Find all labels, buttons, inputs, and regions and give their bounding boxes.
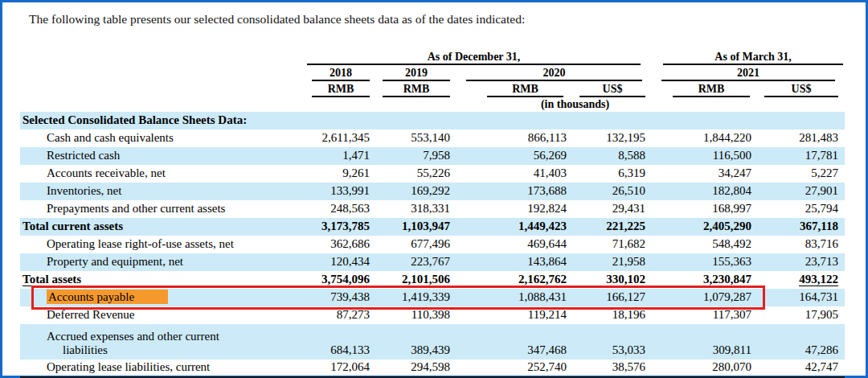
value-cell: 1,103,947 [376,218,457,236]
value-cell: 1,844,220 [652,129,758,147]
value-cell: 23,713 [758,253,845,271]
value-cell: 169,292 [376,183,457,200]
document-frame: The following table presents our selecte… [0,0,868,378]
value-cell: 3,230,847 [652,271,758,289]
cell-value: 469,644 [527,237,567,250]
row-label: Inventories, net [47,184,121,197]
cell-value: 25,794 [805,202,838,215]
cell-value: 1,103,947 [402,220,450,232]
value-cell: 1,419,339 [376,289,457,306]
value-cell: 55,226 [376,165,457,183]
row-label-cell: Property and equipment, net [20,253,305,271]
value-cell: 2,162,762 [457,271,573,289]
cell-value: 493,122 [799,273,838,286]
row-label-cell: Deferred Revenue [20,306,305,324]
value-cell: 173,688 [457,183,573,200]
cell-value: 1,844,220 [703,131,751,144]
cell-value: 18,196 [612,308,645,321]
cell-value: 21,958 [612,255,645,268]
value-cell: 493,122 [758,271,845,289]
value-cell: 41,403 [457,165,573,183]
table-row: Accounts receivable, net9,26155,22641,40… [20,165,845,183]
cell-value: 1,471 [342,149,370,162]
cell-value: 677,496 [411,237,450,250]
header-spacer [20,81,305,97]
value-cell: 294,598 [376,360,457,377]
cell-value: 3,173,785 [321,220,370,232]
cell-value: 42,747 [805,360,838,373]
header-spacer [20,97,305,112]
cell-value: 362,686 [330,237,370,250]
cell-value: 34,247 [719,166,751,179]
cell-value: 23,713 [805,255,838,268]
value-cell: 34,247 [652,165,758,183]
value-cell: 367,118 [758,218,845,236]
value-cell [457,112,573,129]
value-cell: 18,196 [573,306,652,324]
cell-value: 116,500 [713,149,751,162]
year-header-2021: 2021 [652,65,845,81]
cell-value: 347,468 [527,343,567,356]
currency-header: RMB [376,81,457,97]
row-label-cell: Inventories, net [20,183,305,200]
cell-value: 117,307 [713,308,751,321]
value-cell: 318,331 [376,200,457,218]
cell-value: 389,439 [411,343,450,356]
cell-value: 252,740 [527,360,567,373]
cell-value: 739,438 [330,290,370,303]
row-label-cell: Total current assets [20,218,305,236]
cell-value: 166,127 [606,290,645,303]
value-cell: 2,405,290 [652,218,758,236]
value-cell: 866,113 [457,129,573,147]
value-cell: 389,439 [376,324,457,360]
value-cell: 684,133 [305,324,376,360]
value-cell: 252,740 [457,360,573,377]
row-label-cell: Operating lease right-of-use assets, net [20,236,305,253]
table-row: Total assets3,754,0962,101,5062,162,7623… [20,271,845,289]
cell-value: 8,588 [618,149,645,162]
value-cell: 83,716 [758,236,845,253]
cell-value: 56,269 [534,149,567,162]
row-label: Total current assets [23,220,123,232]
table-row: Total current assets3,173,7851,103,9471,… [20,218,845,236]
value-cell: 469,644 [457,236,573,253]
cell-value: 71,682 [612,237,645,250]
value-cell: 26,510 [573,183,652,200]
cell-value: 7,958 [423,149,450,162]
value-cell: 3,754,096 [305,271,376,289]
period-group-march: As of March 31, [652,51,845,65]
year-row: 2018 2019 2020 2021 [20,65,845,81]
value-cell: 53,033 [573,324,652,360]
value-cell: 1,471 [305,147,376,165]
table-header: As of December 31, As of March 31, 2018 … [20,51,845,112]
cell-value: 83,716 [805,237,838,250]
row-label: Accounts receivable, net [47,166,166,179]
cell-value: 684,133 [330,343,370,356]
table-row: Accrued expenses and other currentliabil… [20,324,845,360]
cell-value: 110,398 [411,308,450,321]
cell-value: 169,292 [411,184,450,197]
row-label-cell: Operating lease liabilities, current [20,360,305,377]
row-label: Total assets [23,273,81,286]
value-cell [376,112,457,129]
cell-value: 119,214 [528,308,567,321]
value-cell: 119,214 [457,306,573,324]
value-cell: 25,794 [758,200,845,218]
cell-value: 221,225 [606,220,645,232]
cell-value: 53,033 [612,343,645,356]
intro-text: The following table presents our selecte… [29,12,525,27]
cell-value: 172,064 [330,360,370,373]
value-cell: 1,449,423 [457,218,573,236]
value-cell: 164,731 [758,289,845,306]
cell-value: 26,510 [612,184,645,197]
value-cell: 17,905 [758,306,845,324]
cell-value: 280,070 [712,360,751,373]
cell-value: 173,688 [527,184,567,197]
value-cell: 248,563 [305,200,376,218]
value-cell: 27,901 [758,183,845,200]
cell-value: 155,363 [712,255,751,268]
cell-value: 1,088,431 [518,290,567,303]
cell-value: 168,997 [712,202,751,215]
value-cell: 2,611,345 [305,129,376,147]
cell-value: 548,492 [712,237,751,250]
